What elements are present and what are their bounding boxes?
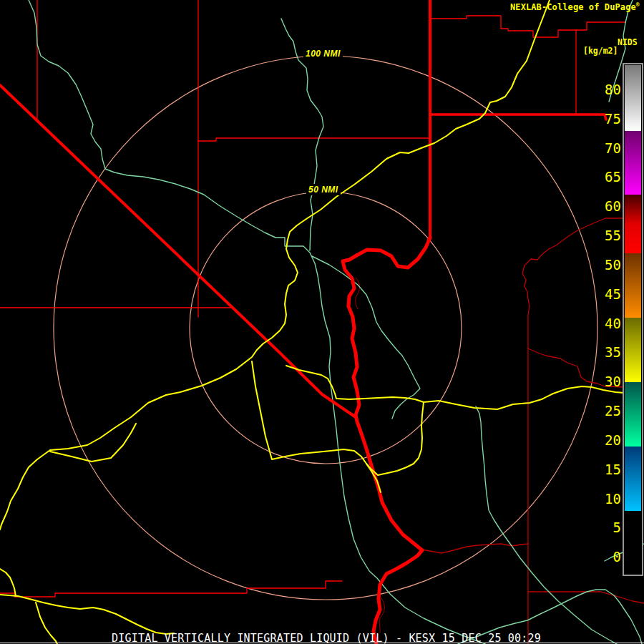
colorbar-tick-label: 10: [592, 491, 621, 507]
colorbar-tick-label: 45: [592, 286, 621, 302]
highway: [0, 595, 174, 634]
colorbar-units: [kg/m2]: [583, 46, 618, 56]
county-border: [0, 581, 342, 597]
radar-map: [0, 0, 644, 644]
radar-display: NEXLAB-College of DuPage® NIDS [kg/m2] 1…: [0, 0, 644, 644]
colorbar-tick-label: 70: [592, 140, 621, 156]
river-braid: [356, 278, 360, 309]
colorbar-tick-label: 80: [592, 82, 621, 97]
colorbar-tick-label: 30: [592, 374, 621, 389]
colorbar-tick-label: 5: [592, 519, 621, 535]
highway: [252, 361, 381, 492]
county-border: [430, 16, 625, 37]
colorbar-tick-label: 25: [592, 403, 621, 419]
colorbar-title: NIDS: [618, 37, 638, 47]
colorbar-tick-label: 0: [592, 549, 621, 565]
county-border-dark: [528, 592, 644, 603]
highway: [36, 602, 57, 644]
registered-mark: ®: [636, 1, 640, 8]
colorbar-gradient: [625, 65, 641, 574]
colorbar-tick-label: 55: [592, 228, 621, 243]
highway: [0, 569, 16, 596]
bottom-edge-line: [0, 643, 644, 643]
colorbar: [623, 63, 643, 576]
range-ring-100nmi: [54, 56, 597, 600]
colorbar-tick-label: 20: [592, 432, 621, 448]
range-ring-label-50nmi: 50 NMI: [306, 184, 341, 195]
range-ring-label-100nmi: 100 NMI: [303, 48, 343, 59]
site-brand-text: NEXLAB-College of DuPage: [510, 2, 636, 12]
state-border-horizontal: [430, 114, 606, 119]
river-border-branch: [422, 544, 528, 553]
colorbar-tick-label: 15: [592, 462, 621, 477]
colorbar-tick-label: 35: [592, 344, 621, 360]
highway: [366, 402, 424, 475]
county-border: [198, 138, 430, 141]
colorbar-tick-label: 40: [592, 316, 621, 331]
colorbar-tick-label: 60: [592, 198, 621, 214]
colorbar-tick-label: 75: [592, 111, 621, 127]
colorbar-tick-label: 65: [592, 169, 621, 185]
river: [312, 256, 420, 419]
site-brand: NEXLAB-College of DuPage®: [510, 1, 640, 12]
state-border-diagonal: [0, 85, 356, 417]
range-ring-50nmi: [190, 192, 462, 464]
colorbar-tick-label: 50: [592, 257, 621, 273]
